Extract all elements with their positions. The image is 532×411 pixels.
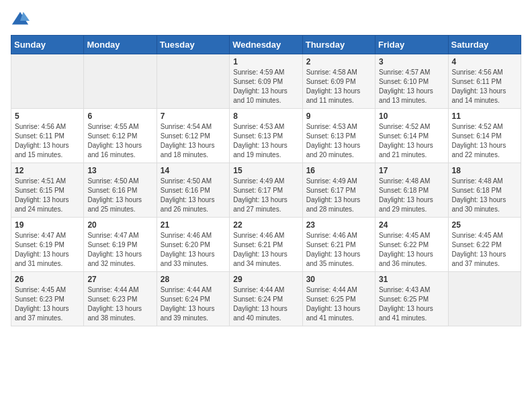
day-cell-9: 9Sunrise: 4:53 AM Sunset: 6:13 PM Daylig… (302, 109, 375, 163)
day-number: 23 (306, 220, 371, 230)
day-info: Sunrise: 4:44 AM Sunset: 6:25 PM Dayligh… (306, 285, 371, 323)
day-number: 13 (87, 166, 152, 175)
day-info: Sunrise: 4:46 AM Sunset: 6:21 PM Dayligh… (233, 231, 298, 269)
header-monday: Monday (84, 36, 157, 54)
calendar-table: SundayMondayTuesdayWednesdayThursdayFrid… (11, 35, 521, 326)
day-info: Sunrise: 4:51 AM Sunset: 6:15 PM Dayligh… (15, 177, 80, 214)
day-info: Sunrise: 4:55 AM Sunset: 6:12 PM Dayligh… (87, 122, 152, 160)
day-cell-16: 16Sunrise: 4:49 AM Sunset: 6:17 PM Dayli… (302, 163, 375, 218)
day-number: 7 (161, 111, 226, 121)
day-cell-5: 5Sunrise: 4:56 AM Sunset: 6:11 PM Daylig… (11, 109, 84, 163)
day-number: 31 (379, 275, 444, 284)
day-number: 18 (452, 166, 517, 175)
day-number: 17 (379, 166, 444, 175)
day-info: Sunrise: 4:52 AM Sunset: 6:14 PM Dayligh… (379, 122, 444, 160)
day-cell-3: 3Sunrise: 4:57 AM Sunset: 6:10 PM Daylig… (375, 54, 448, 109)
day-cell-30: 30Sunrise: 4:44 AM Sunset: 6:25 PM Dayli… (302, 272, 375, 326)
week-row-5: 26Sunrise: 4:45 AM Sunset: 6:23 PM Dayli… (11, 272, 521, 326)
day-number: 9 (306, 111, 371, 121)
day-info: Sunrise: 4:48 AM Sunset: 6:18 PM Dayligh… (452, 177, 517, 214)
day-number: 20 (87, 220, 152, 230)
day-cell-18: 18Sunrise: 4:48 AM Sunset: 6:18 PM Dayli… (448, 163, 521, 218)
day-cell-11: 11Sunrise: 4:52 AM Sunset: 6:14 PM Dayli… (448, 109, 521, 163)
logo (11, 11, 32, 30)
logo-icon (11, 11, 30, 30)
day-cell-28: 28Sunrise: 4:44 AM Sunset: 6:24 PM Dayli… (157, 272, 229, 326)
day-info: Sunrise: 4:50 AM Sunset: 6:16 PM Dayligh… (161, 177, 226, 214)
day-number: 15 (233, 166, 298, 175)
day-cell-24: 24Sunrise: 4:45 AM Sunset: 6:22 PM Dayli… (375, 218, 448, 272)
day-info: Sunrise: 4:54 AM Sunset: 6:12 PM Dayligh… (161, 122, 226, 160)
day-number: 11 (452, 111, 517, 121)
week-row-2: 5Sunrise: 4:56 AM Sunset: 6:11 PM Daylig… (11, 109, 521, 163)
day-number: 6 (87, 111, 152, 121)
day-number: 5 (15, 111, 80, 121)
day-number: 22 (233, 220, 298, 230)
day-cell-17: 17Sunrise: 4:48 AM Sunset: 6:18 PM Dayli… (375, 163, 448, 218)
day-info: Sunrise: 4:59 AM Sunset: 6:09 PM Dayligh… (233, 68, 298, 105)
day-cell-14: 14Sunrise: 4:50 AM Sunset: 6:16 PM Dayli… (157, 163, 229, 218)
day-cell-1: 1Sunrise: 4:59 AM Sunset: 6:09 PM Daylig… (230, 54, 302, 109)
day-number: 16 (306, 166, 371, 175)
day-info: Sunrise: 4:57 AM Sunset: 6:10 PM Dayligh… (379, 68, 444, 105)
day-cell-25: 25Sunrise: 4:45 AM Sunset: 6:22 PM Dayli… (448, 218, 521, 272)
day-number: 19 (15, 220, 80, 230)
day-info: Sunrise: 4:52 AM Sunset: 6:14 PM Dayligh… (452, 122, 517, 160)
week-row-1: 1Sunrise: 4:59 AM Sunset: 6:09 PM Daylig… (11, 54, 521, 109)
day-number: 21 (161, 220, 226, 230)
day-info: Sunrise: 4:45 AM Sunset: 6:23 PM Dayligh… (15, 285, 80, 323)
day-cell-27: 27Sunrise: 4:44 AM Sunset: 6:23 PM Dayli… (84, 272, 157, 326)
day-cell-23: 23Sunrise: 4:46 AM Sunset: 6:21 PM Dayli… (302, 218, 375, 272)
day-number: 30 (306, 275, 371, 284)
day-info: Sunrise: 4:43 AM Sunset: 6:25 PM Dayligh… (379, 285, 444, 323)
day-cell-26: 26Sunrise: 4:45 AM Sunset: 6:23 PM Dayli… (11, 272, 84, 326)
week-row-4: 19Sunrise: 4:47 AM Sunset: 6:19 PM Dayli… (11, 218, 521, 272)
day-info: Sunrise: 4:47 AM Sunset: 6:19 PM Dayligh… (15, 231, 80, 269)
day-cell-13: 13Sunrise: 4:50 AM Sunset: 6:16 PM Dayli… (84, 163, 157, 218)
week-row-3: 12Sunrise: 4:51 AM Sunset: 6:15 PM Dayli… (11, 163, 521, 218)
empty-cell (157, 54, 229, 109)
day-info: Sunrise: 4:50 AM Sunset: 6:16 PM Dayligh… (87, 177, 152, 214)
day-cell-7: 7Sunrise: 4:54 AM Sunset: 6:12 PM Daylig… (157, 109, 229, 163)
day-info: Sunrise: 4:49 AM Sunset: 6:17 PM Dayligh… (306, 177, 371, 214)
day-number: 10 (379, 111, 444, 121)
day-number: 2 (306, 57, 371, 66)
day-info: Sunrise: 4:46 AM Sunset: 6:21 PM Dayligh… (306, 231, 371, 269)
day-info: Sunrise: 4:44 AM Sunset: 6:24 PM Dayligh… (233, 285, 298, 323)
day-number: 24 (379, 220, 444, 230)
day-cell-19: 19Sunrise: 4:47 AM Sunset: 6:19 PM Dayli… (11, 218, 84, 272)
header-thursday: Thursday (302, 36, 375, 54)
day-info: Sunrise: 4:48 AM Sunset: 6:18 PM Dayligh… (379, 177, 444, 214)
day-cell-31: 31Sunrise: 4:43 AM Sunset: 6:25 PM Dayli… (375, 272, 448, 326)
day-cell-8: 8Sunrise: 4:53 AM Sunset: 6:13 PM Daylig… (230, 109, 302, 163)
page-header (11, 11, 521, 30)
day-info: Sunrise: 4:56 AM Sunset: 6:11 PM Dayligh… (452, 68, 517, 105)
day-cell-2: 2Sunrise: 4:58 AM Sunset: 6:09 PM Daylig… (302, 54, 375, 109)
header-saturday: Saturday (448, 36, 521, 54)
day-cell-22: 22Sunrise: 4:46 AM Sunset: 6:21 PM Dayli… (230, 218, 302, 272)
day-number: 12 (15, 166, 80, 175)
day-cell-15: 15Sunrise: 4:49 AM Sunset: 6:17 PM Dayli… (230, 163, 302, 218)
day-number: 25 (452, 220, 517, 230)
day-info: Sunrise: 4:45 AM Sunset: 6:22 PM Dayligh… (379, 231, 444, 269)
day-cell-4: 4Sunrise: 4:56 AM Sunset: 6:11 PM Daylig… (448, 54, 521, 109)
header-friday: Friday (375, 36, 448, 54)
empty-cell (448, 272, 521, 326)
day-info: Sunrise: 4:44 AM Sunset: 6:23 PM Dayligh… (87, 285, 152, 323)
day-info: Sunrise: 4:53 AM Sunset: 6:13 PM Dayligh… (306, 122, 371, 160)
day-info: Sunrise: 4:56 AM Sunset: 6:11 PM Dayligh… (15, 122, 80, 160)
day-info: Sunrise: 4:44 AM Sunset: 6:24 PM Dayligh… (161, 285, 226, 323)
day-number: 3 (379, 57, 444, 66)
header-tuesday: Tuesday (157, 36, 229, 54)
calendar-header-row: SundayMondayTuesdayWednesdayThursdayFrid… (11, 36, 521, 54)
day-number: 26 (15, 275, 80, 284)
day-cell-6: 6Sunrise: 4:55 AM Sunset: 6:12 PM Daylig… (84, 109, 157, 163)
day-cell-29: 29Sunrise: 4:44 AM Sunset: 6:24 PM Dayli… (230, 272, 302, 326)
header-sunday: Sunday (11, 36, 84, 54)
day-cell-21: 21Sunrise: 4:46 AM Sunset: 6:20 PM Dayli… (157, 218, 229, 272)
day-cell-20: 20Sunrise: 4:47 AM Sunset: 6:19 PM Dayli… (84, 218, 157, 272)
day-info: Sunrise: 4:45 AM Sunset: 6:22 PM Dayligh… (452, 231, 517, 269)
day-cell-10: 10Sunrise: 4:52 AM Sunset: 6:14 PM Dayli… (375, 109, 448, 163)
day-info: Sunrise: 4:58 AM Sunset: 6:09 PM Dayligh… (306, 68, 371, 105)
empty-cell (84, 54, 157, 109)
